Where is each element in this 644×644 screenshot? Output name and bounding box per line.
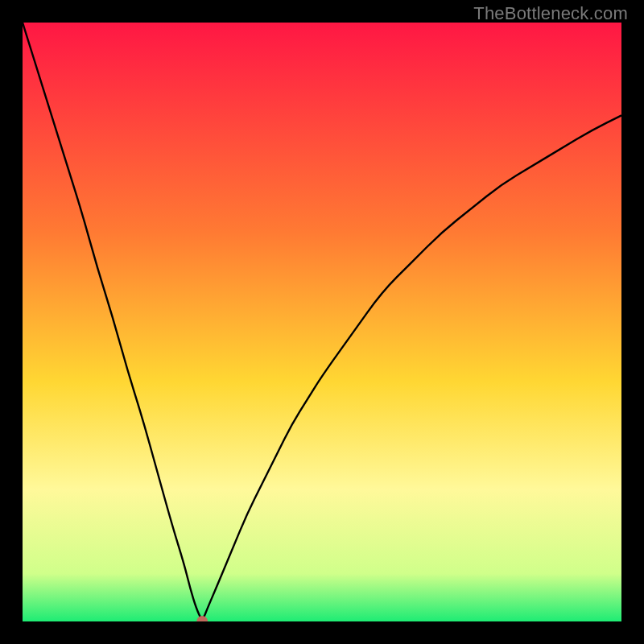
bottleneck-plot <box>23 23 621 621</box>
chart-stage: TheBottleneck.com <box>0 0 644 644</box>
plot-background <box>23 23 621 621</box>
watermark-text: TheBottleneck.com <box>473 3 628 24</box>
